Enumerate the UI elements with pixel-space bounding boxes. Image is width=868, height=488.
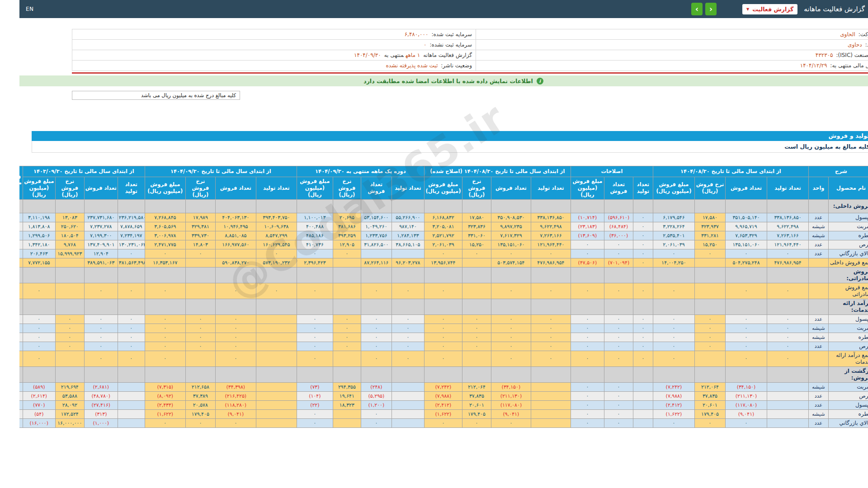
cell: ۷,۲۶۳,۱۶۶ xyxy=(747,231,789,240)
column-header: نرخ فروش (ریال) xyxy=(313,177,341,200)
cell: ۳۲۹,۳۸۱ xyxy=(166,222,196,231)
cell: ۰ xyxy=(98,333,125,342)
cell: ۵۰۴,۲۷۵,۲۴۸ xyxy=(706,258,747,267)
cell xyxy=(789,366,809,382)
cell: (۲۳,۱۸۳) xyxy=(551,222,585,231)
cell: ۰ xyxy=(166,249,196,258)
cell: ۰ xyxy=(706,342,747,351)
cell: ۲,۳۹۶,۴۲۳ xyxy=(277,258,313,267)
info-label: وضعیت ناشر: xyxy=(421,62,453,69)
cell: تولید xyxy=(0,249,3,258)
cell: ۰ xyxy=(196,418,236,427)
cell: ۰ xyxy=(277,314,313,324)
cell xyxy=(675,199,706,213)
cell: ۰ xyxy=(65,283,98,299)
column-group-header: از ابتدای سال مالی تا تاریخ ۱۴۰۴/۰۹/۳۰ xyxy=(125,166,277,177)
cell: (۳۱۳) xyxy=(65,409,98,418)
cell: ۳۸,۶۶۵,۱۰۵ xyxy=(372,240,405,249)
cell: ۰ xyxy=(706,324,747,333)
cell: ۰ xyxy=(196,333,236,342)
cell xyxy=(236,314,277,324)
cell: ۰ xyxy=(236,249,277,258)
cell: (۱۱۷,۰۸۰) xyxy=(472,400,511,409)
cell: ۹,۶۲۲,۴۹۸ xyxy=(747,222,789,231)
next-report-button[interactable]: › xyxy=(672,3,683,15)
cell xyxy=(3,366,36,382)
cell: ۰ xyxy=(511,333,551,342)
cell xyxy=(0,283,3,299)
cell: (۸,۰۹۲) xyxy=(125,391,166,400)
cell: ۰ xyxy=(472,333,511,342)
cell: ۱۸,۳۲۳ xyxy=(313,400,341,409)
cell xyxy=(313,351,341,366)
cell xyxy=(633,366,675,382)
column-header: تعداد تولید xyxy=(236,177,277,200)
cell xyxy=(166,299,196,314)
cell: ۰ xyxy=(613,351,633,366)
cell xyxy=(443,283,472,299)
cell xyxy=(0,351,3,366)
cell: ۰ xyxy=(313,342,341,351)
cell: ۰ xyxy=(313,333,341,342)
product-row: قرصعدد۰۰۰۰۰۰۰۰۰۰۰۰۰۰۰۰۰۰۰۰۰۰تولید xyxy=(0,342,854,351)
cell: (۵۴) xyxy=(3,409,36,418)
cell: ۰ xyxy=(98,351,125,366)
cell xyxy=(236,267,277,283)
cell: قطره xyxy=(809,409,854,418)
cell: عدد xyxy=(789,249,809,258)
cell: ۰ xyxy=(405,333,443,342)
cell: برگشت از فروش: xyxy=(809,366,854,382)
info-label: شرکت: xyxy=(839,31,856,38)
cell xyxy=(236,391,277,400)
cell: ۵۵,۲۶۶,۹۰۰ xyxy=(372,213,405,222)
cell xyxy=(98,366,125,382)
cell xyxy=(166,366,196,382)
cell: ۰ xyxy=(341,409,372,418)
cell: ۰ xyxy=(98,283,125,299)
info-label: کد صنعت (ISIC): xyxy=(816,52,856,58)
cell: ۶,۱۷۹,۵۴۶ xyxy=(633,213,675,222)
column-header: تعداد تولید xyxy=(511,177,551,200)
cell: تولید xyxy=(0,324,3,333)
cell xyxy=(36,258,65,267)
cell: ۰ xyxy=(405,351,443,366)
cell xyxy=(313,409,341,418)
product-row: کپسولعدد۰۰۰۰۰۰۰۰۰۰۰۰۰۰۰۰۰۰۰۰۰۰تولید xyxy=(0,314,854,324)
cell xyxy=(372,199,405,213)
column-header: تعداد تولید xyxy=(613,177,633,200)
report-type-dropdown[interactable]: گزارش فعالیت ▼ xyxy=(723,4,778,14)
cell: ۰ xyxy=(747,324,789,333)
cell: ۰ xyxy=(98,342,125,351)
cell: (۳۴,۱۵۰) xyxy=(706,382,747,391)
cell xyxy=(372,382,405,391)
cell: ۰ xyxy=(236,283,277,299)
cell xyxy=(277,267,313,283)
cell: ۰ xyxy=(551,382,585,391)
cell: ۵۳,۵۸۸ xyxy=(36,391,65,400)
cell: ۰ xyxy=(372,324,405,333)
cell xyxy=(36,366,65,382)
cell: (۷,۹۸۸) xyxy=(405,391,443,400)
cell xyxy=(747,382,789,391)
language-toggle[interactable]: EN xyxy=(6,6,14,12)
cell xyxy=(3,267,36,283)
cell: ۷,۲۳۷,۲۷۸ xyxy=(65,222,98,231)
cell: ۲۱۲,۰۶۴ xyxy=(675,382,706,391)
cell: (۱۰,۷۱۴) xyxy=(551,213,585,222)
cell: کپسول xyxy=(809,400,854,409)
cell: ۰ xyxy=(511,351,551,366)
cell: فروش صادراتی: xyxy=(809,267,854,283)
cell: قطره xyxy=(809,231,854,240)
cell: ۰ xyxy=(36,333,65,342)
cell: ۰ xyxy=(372,342,405,351)
cell xyxy=(613,391,633,400)
cell: تولید xyxy=(0,342,3,351)
cell xyxy=(313,258,341,267)
cell: شیشه xyxy=(789,409,809,418)
cell: ۱۲,۹۰۵ xyxy=(313,240,341,249)
cell xyxy=(747,267,789,283)
prev-report-button[interactable]: ‹ xyxy=(686,3,697,15)
cell: (۵,۲۹۵) xyxy=(341,391,372,400)
product-row: کپسولعدد۳۳۸,۱۳۶,۸۵۰۳۵۱,۵۰۵,۱۴۰۱۷,۵۸۰۶,۱۷… xyxy=(0,213,854,222)
cell xyxy=(372,391,405,400)
